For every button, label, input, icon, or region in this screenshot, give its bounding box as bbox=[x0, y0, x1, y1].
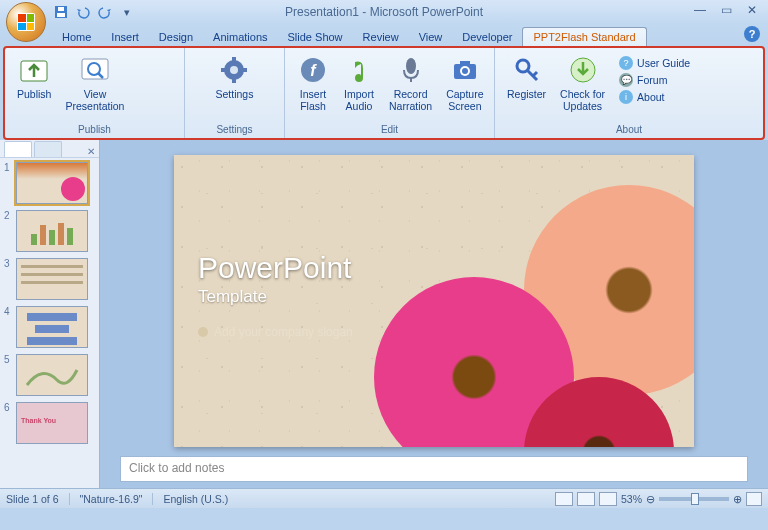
office-button[interactable] bbox=[6, 2, 46, 42]
thumbnail-2[interactable]: 2 bbox=[4, 210, 95, 252]
settings-button[interactable]: Settings bbox=[210, 52, 260, 102]
title-bar: ▾ Presentation1 - Microsoft PowerPoint —… bbox=[0, 0, 768, 24]
tab-developer[interactable]: Developer bbox=[452, 28, 522, 46]
slide-subtitle[interactable]: Template bbox=[198, 287, 267, 307]
svg-rect-2 bbox=[58, 7, 64, 11]
key-icon bbox=[511, 54, 543, 86]
tab-animations[interactable]: Animations bbox=[203, 28, 277, 46]
view-presentation-button[interactable]: View Presentation bbox=[59, 52, 130, 114]
insert-flash-button[interactable]: f Insert Flash bbox=[291, 52, 335, 114]
svg-rect-1 bbox=[57, 13, 65, 17]
group-label-publish: Publish bbox=[5, 122, 184, 138]
group-label-edit: Edit bbox=[285, 122, 494, 138]
svg-point-19 bbox=[462, 68, 468, 74]
svg-line-23 bbox=[533, 72, 537, 76]
publish-button[interactable]: Publish bbox=[11, 52, 57, 102]
tab-ppt2flash[interactable]: PPT2Flash Standard bbox=[522, 27, 646, 46]
svg-point-15 bbox=[406, 58, 416, 74]
notes-pane[interactable]: Click to add notes bbox=[120, 456, 748, 482]
slide-title[interactable]: PowerPoint bbox=[198, 251, 351, 285]
slide-canvas[interactable]: PowerPoint Template Add your company slo… bbox=[100, 140, 768, 456]
help-small-icon: ? bbox=[619, 56, 633, 70]
zoom-in-button[interactable]: ⊕ bbox=[733, 493, 742, 505]
publish-icon bbox=[18, 54, 50, 86]
undo-icon[interactable] bbox=[74, 3, 92, 21]
slideshow-view-button[interactable] bbox=[599, 492, 617, 506]
check-updates-button[interactable]: Check for Updates bbox=[554, 52, 611, 114]
tab-design[interactable]: Design bbox=[149, 28, 203, 46]
tab-slideshow[interactable]: Slide Show bbox=[278, 28, 353, 46]
thumbnail-pane: ✕ 1 2 3 4 5 6Thank You bbox=[0, 140, 100, 488]
minimize-button[interactable]: — bbox=[690, 2, 710, 18]
zoom-label[interactable]: 53% bbox=[621, 493, 642, 505]
status-slide: Slide 1 of 6 bbox=[6, 493, 59, 505]
record-narration-button[interactable]: Record Narration bbox=[383, 52, 438, 114]
quick-access-toolbar: ▾ bbox=[52, 3, 136, 21]
about-link[interactable]: iAbout bbox=[619, 90, 690, 104]
user-guide-link[interactable]: ?User Guide bbox=[619, 56, 690, 70]
tab-view[interactable]: View bbox=[409, 28, 453, 46]
group-label-settings: Settings bbox=[185, 122, 284, 138]
sorter-view-button[interactable] bbox=[577, 492, 595, 506]
qat-dropdown-icon[interactable]: ▾ bbox=[118, 3, 136, 21]
tab-insert[interactable]: Insert bbox=[101, 28, 149, 46]
import-audio-button[interactable]: Import Audio bbox=[337, 52, 381, 114]
help-icon[interactable]: ? bbox=[744, 26, 760, 42]
gear-icon bbox=[218, 54, 250, 86]
zoom-slider[interactable] bbox=[659, 497, 729, 501]
thumbnail-6[interactable]: 6Thank You bbox=[4, 402, 95, 444]
pane-close-icon[interactable]: ✕ bbox=[87, 146, 95, 157]
status-lang[interactable]: English (U.S.) bbox=[163, 493, 228, 505]
svg-point-8 bbox=[230, 66, 238, 74]
slide-slogan[interactable]: Add your company slogan bbox=[198, 325, 353, 339]
thumbnail-1[interactable]: 1 bbox=[4, 162, 95, 204]
fit-window-button[interactable] bbox=[746, 492, 762, 506]
mic-icon bbox=[395, 54, 427, 86]
svg-rect-4 bbox=[82, 59, 108, 79]
normal-view-button[interactable] bbox=[555, 492, 573, 506]
thumbnail-5[interactable]: 5 bbox=[4, 354, 95, 396]
status-bar: Slide 1 of 6 "Nature-16.9" English (U.S.… bbox=[0, 488, 768, 508]
update-icon bbox=[567, 54, 599, 86]
capture-screen-button[interactable]: Capture Screen bbox=[440, 52, 489, 114]
group-label-about: About bbox=[495, 122, 763, 138]
camera-icon bbox=[449, 54, 481, 86]
tab-home[interactable]: Home bbox=[52, 28, 101, 46]
forum-icon: 💬 bbox=[619, 73, 633, 87]
tab-review[interactable]: Review bbox=[353, 28, 409, 46]
register-button[interactable]: Register bbox=[501, 52, 552, 102]
ribbon: Publish View Presentation Publish Settin… bbox=[3, 46, 765, 140]
ribbon-tabs: Home Insert Design Animations Slide Show… bbox=[0, 24, 768, 46]
redo-icon[interactable] bbox=[96, 3, 114, 21]
magnify-icon bbox=[79, 54, 111, 86]
svg-rect-20 bbox=[460, 61, 470, 65]
zoom-out-button[interactable]: ⊖ bbox=[646, 493, 655, 505]
status-theme: "Nature-16.9" bbox=[80, 493, 143, 505]
outline-tab[interactable] bbox=[34, 141, 62, 157]
forum-link[interactable]: 💬Forum bbox=[619, 73, 690, 87]
info-icon: i bbox=[619, 90, 633, 104]
flash-icon: f bbox=[297, 54, 329, 86]
thumbnail-4[interactable]: 4 bbox=[4, 306, 95, 348]
thumbnail-3[interactable]: 3 bbox=[4, 258, 95, 300]
slide: PowerPoint Template Add your company slo… bbox=[174, 155, 694, 447]
restore-button[interactable]: ▭ bbox=[716, 2, 736, 18]
close-button[interactable]: ✕ bbox=[742, 2, 762, 18]
save-icon[interactable] bbox=[52, 3, 70, 21]
audio-icon bbox=[343, 54, 375, 86]
workspace: ✕ 1 2 3 4 5 6Thank You PowerPoint Templa… bbox=[0, 140, 768, 488]
slides-tab[interactable] bbox=[4, 141, 32, 157]
